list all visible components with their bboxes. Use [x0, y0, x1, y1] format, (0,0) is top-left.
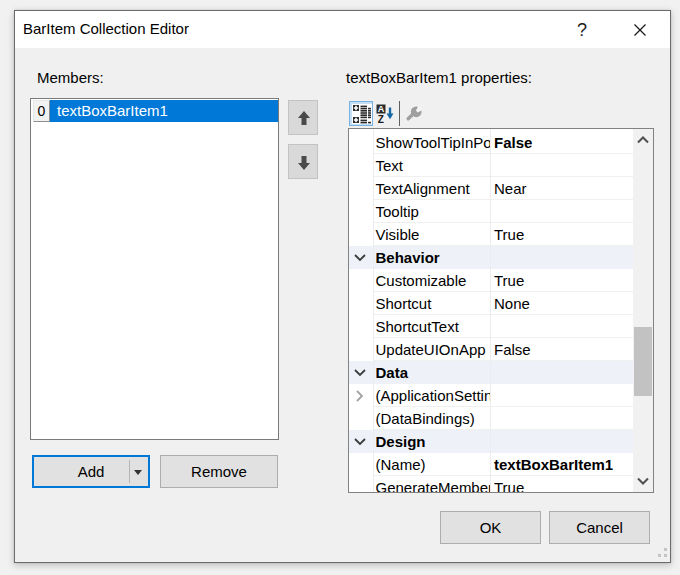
- svg-text:A: A: [378, 104, 385, 114]
- svg-text:Z: Z: [378, 114, 384, 124]
